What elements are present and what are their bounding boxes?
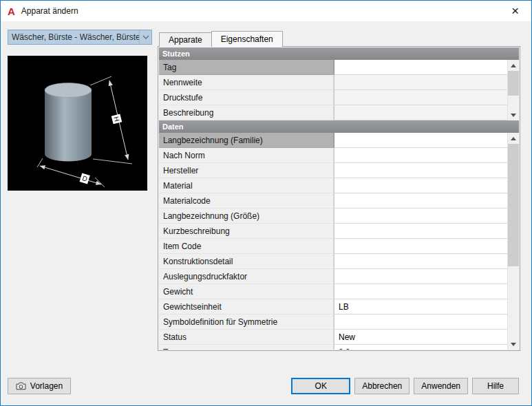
arrow-down-icon: [511, 343, 516, 346]
property-row[interactable]: Konstruktionsdetail: [159, 254, 507, 269]
property-label[interactable]: Gewichtseinheit: [159, 299, 334, 314]
property-label[interactable]: Konstruktionsdetail: [159, 254, 334, 269]
stutzen-scrollbar[interactable]: [507, 60, 519, 120]
property-row[interactable]: Tag0.0: [159, 345, 507, 350]
stutzen-rows: TagNennweiteDruckstufeBeschreibung: [159, 60, 507, 120]
property-value-field[interactable]: [334, 178, 507, 193]
property-row[interactable]: Langbezeichnung (Familie): [159, 133, 507, 148]
property-value-field[interactable]: [334, 148, 507, 163]
arrow-down-icon: [511, 114, 516, 117]
property-row[interactable]: Symboldefinition für Symmetrie: [159, 314, 507, 330]
cylinder-drawing: H D: [8, 56, 147, 191]
titlebar[interactable]: A Apparat ändern ×: [1, 1, 531, 21]
property-row[interactable]: Tag: [159, 60, 507, 75]
property-value-field[interactable]: [334, 254, 507, 269]
dimension-h-label: H: [111, 114, 123, 124]
chevron-down-icon[interactable]: [139, 30, 151, 44]
equipment-select-value: Wäscher, Bürste - Wäscher, Bürste: [8, 30, 139, 44]
property-row[interactable]: Item Code: [159, 239, 507, 254]
dimension-d-label: D: [80, 173, 90, 184]
equipment-preview: H D: [8, 56, 147, 191]
property-row[interactable]: Material: [159, 178, 507, 193]
section-header-stutzen: Stutzen: [159, 47, 519, 60]
property-label[interactable]: Druckstufe: [159, 90, 334, 105]
property-label[interactable]: Item Code: [159, 239, 334, 254]
property-row[interactable]: Kurzbeschreibung: [159, 224, 507, 239]
property-row[interactable]: Druckstufe: [159, 90, 507, 105]
property-value-field[interactable]: [334, 105, 507, 120]
property-label[interactable]: Tag: [159, 60, 334, 75]
property-value-field[interactable]: [334, 314, 507, 330]
property-value-field[interactable]: LB: [334, 299, 507, 314]
daten-rows: Langbezeichnung (Familie)Nach NormHerste…: [159, 133, 507, 350]
property-value-field[interactable]: [334, 133, 507, 148]
vorlagen-button-label: Vorlagen: [30, 381, 63, 391]
footer-buttons: OK Abbrechen Anwenden Hilfe: [291, 378, 519, 394]
scroll-up-button[interactable]: [508, 60, 519, 71]
property-label[interactable]: Hersteller: [159, 163, 334, 178]
tab-strip: Apparate Eigenschaften: [159, 32, 283, 47]
tab-apparate[interactable]: Apparate: [159, 32, 212, 47]
camera-icon: [16, 382, 26, 390]
property-value-field[interactable]: [334, 284, 507, 299]
property-label[interactable]: Langbezeichnung (Größe): [159, 209, 334, 224]
arrow-up-icon: [511, 137, 516, 140]
property-value-field[interactable]: [334, 75, 507, 90]
property-row[interactable]: Gewicht: [159, 284, 507, 299]
arrow-up-icon: [511, 64, 516, 67]
property-value-field[interactable]: New: [334, 330, 507, 345]
property-label[interactable]: Tag: [159, 345, 334, 350]
property-value-field[interactable]: [334, 60, 507, 75]
property-row[interactable]: Auslegungsdruckfaktor: [159, 269, 507, 284]
property-value-field[interactable]: 0.0: [334, 345, 507, 350]
property-label[interactable]: Status: [159, 330, 334, 345]
scroll-down-button[interactable]: [508, 109, 519, 120]
property-row[interactable]: Langbezeichnung (Größe): [159, 209, 507, 224]
property-value-field[interactable]: [334, 239, 507, 254]
close-button[interactable]: ×: [500, 1, 531, 21]
abbrechen-button[interactable]: Abbrechen: [354, 378, 409, 394]
property-label[interactable]: Nach Norm: [159, 148, 334, 163]
property-row[interactable]: Nennweite: [159, 75, 507, 90]
property-label[interactable]: Nennweite: [159, 75, 334, 90]
properties-panel: Stutzen TagNennweiteDruckstufeBeschreibu…: [158, 46, 520, 351]
property-label[interactable]: Materialcode: [159, 193, 334, 209]
property-label[interactable]: Beschreibung: [159, 105, 334, 120]
anwenden-button[interactable]: Anwenden: [414, 378, 468, 394]
property-label[interactable]: Langbezeichnung (Familie): [159, 133, 334, 148]
property-value-field[interactable]: [334, 209, 507, 224]
stutzen-rows-area: TagNennweiteDruckstufeBeschreibung: [159, 60, 519, 120]
ok-button[interactable]: OK: [291, 378, 350, 394]
property-row[interactable]: Hersteller: [159, 163, 507, 178]
property-value-field[interactable]: [334, 224, 507, 239]
property-row[interactable]: GewichtseinheitLB: [159, 299, 507, 314]
property-label[interactable]: Symboldefinition für Symmetrie: [159, 314, 334, 330]
property-value-field[interactable]: [334, 193, 507, 209]
apparat-aendern-dialog: A Apparat ändern × Wäscher, Bürste - Wäs…: [0, 0, 532, 406]
scroll-thumb[interactable]: [508, 144, 519, 266]
daten-rows-area: Langbezeichnung (Familie)Nach NormHerste…: [159, 133, 519, 350]
property-label[interactable]: Material: [159, 178, 334, 193]
vorlagen-button[interactable]: Vorlagen: [8, 378, 71, 394]
section-header-daten: Daten: [159, 120, 519, 133]
scroll-down-button[interactable]: [508, 339, 519, 350]
scroll-thumb[interactable]: [508, 71, 519, 96]
property-row[interactable]: Beschreibung: [159, 105, 507, 120]
property-label[interactable]: Auslegungsdruckfaktor: [159, 269, 334, 284]
property-row[interactable]: Materialcode: [159, 193, 507, 209]
property-label[interactable]: Gewicht: [159, 284, 334, 299]
property-row[interactable]: StatusNew: [159, 330, 507, 345]
tab-eigenschaften[interactable]: Eigenschaften: [211, 31, 283, 47]
window-title: Apparat ändern: [21, 6, 78, 16]
property-value-field[interactable]: [334, 163, 507, 178]
hilfe-button[interactable]: Hilfe: [472, 378, 519, 394]
property-row[interactable]: Nach Norm: [159, 148, 507, 163]
autocad-logo-icon: A: [8, 6, 15, 17]
property-value-field[interactable]: [334, 269, 507, 284]
scroll-up-button[interactable]: [508, 133, 519, 144]
daten-scrollbar[interactable]: [507, 133, 519, 350]
property-value-field[interactable]: [334, 90, 507, 105]
equipment-select[interactable]: Wäscher, Bürste - Wäscher, Bürste: [8, 30, 152, 45]
property-label[interactable]: Kurzbeschreibung: [159, 224, 334, 239]
close-icon: ×: [511, 4, 519, 17]
